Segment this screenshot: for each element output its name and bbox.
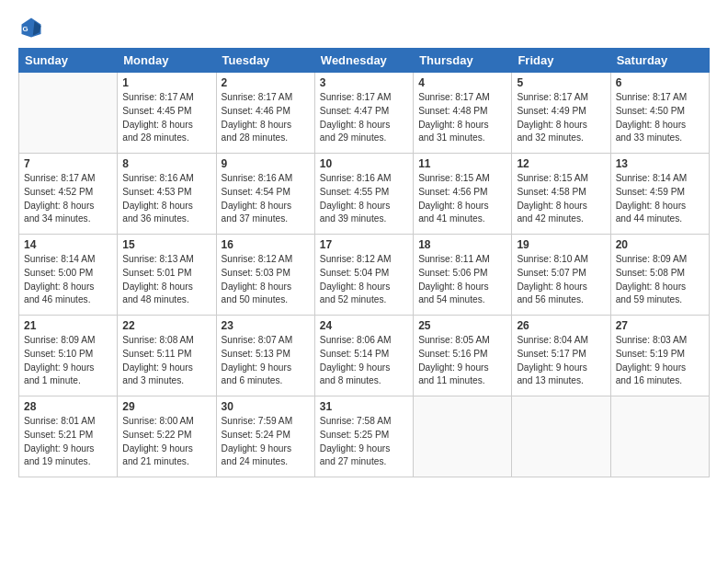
- logo: G: [18, 15, 48, 40]
- day-info: Sunrise: 8:17 AMSunset: 4:49 PMDaylight:…: [517, 91, 605, 145]
- day-info: Sunrise: 8:12 AMSunset: 5:04 PMDaylight:…: [320, 253, 408, 307]
- day-cell-30: 30Sunrise: 7:59 AMSunset: 5:24 PMDayligh…: [216, 396, 314, 477]
- calendar-header: SundayMondayTuesdayWednesdayThursdayFrid…: [19, 49, 710, 73]
- day-cell-28: 28Sunrise: 8:01 AMSunset: 5:21 PMDayligh…: [19, 396, 118, 477]
- day-info: Sunrise: 8:10 AMSunset: 5:07 PMDaylight:…: [517, 253, 605, 307]
- week-row-4: 21Sunrise: 8:09 AMSunset: 5:10 PMDayligh…: [19, 316, 710, 396]
- day-info: Sunrise: 8:09 AMSunset: 5:08 PMDaylight:…: [616, 253, 704, 307]
- logo-icon: G: [18, 15, 44, 40]
- day-info: Sunrise: 8:09 AMSunset: 5:10 PMDaylight:…: [24, 334, 112, 388]
- day-number: 12: [517, 157, 605, 170]
- day-info: Sunrise: 8:17 AMSunset: 4:46 PMDaylight:…: [222, 91, 310, 145]
- day-cell-27: 27Sunrise: 8:03 AMSunset: 5:19 PMDayligh…: [610, 316, 709, 396]
- day-cell-1: 1Sunrise: 8:17 AMSunset: 4:45 PMDaylight…: [118, 73, 216, 154]
- day-number: 16: [222, 238, 310, 251]
- day-cell-15: 15Sunrise: 8:13 AMSunset: 5:01 PMDayligh…: [118, 235, 216, 316]
- day-number: 27: [616, 319, 704, 332]
- day-number: 20: [616, 238, 704, 251]
- day-number: 26: [517, 319, 605, 332]
- day-number: 23: [222, 319, 310, 332]
- day-number: 7: [24, 157, 112, 170]
- day-info: Sunrise: 8:17 AMSunset: 4:47 PMDaylight:…: [320, 91, 408, 145]
- day-header-friday: Friday: [512, 49, 610, 73]
- svg-text:G: G: [22, 25, 28, 33]
- day-info: Sunrise: 8:08 AMSunset: 5:11 PMDaylight:…: [122, 334, 210, 388]
- day-cell-21: 21Sunrise: 8:09 AMSunset: 5:10 PMDayligh…: [19, 316, 118, 396]
- day-cell-empty: [610, 396, 709, 477]
- day-info: Sunrise: 8:06 AMSunset: 5:14 PMDaylight:…: [320, 334, 408, 388]
- day-info: Sunrise: 8:12 AMSunset: 5:03 PMDaylight:…: [222, 253, 310, 307]
- day-cell-11: 11Sunrise: 8:15 AMSunset: 4:56 PMDayligh…: [414, 154, 512, 235]
- day-cell-16: 16Sunrise: 8:12 AMSunset: 5:03 PMDayligh…: [216, 235, 314, 316]
- day-header-wednesday: Wednesday: [314, 49, 413, 73]
- day-cell-empty: [512, 396, 610, 477]
- week-row-2: 7Sunrise: 8:17 AMSunset: 4:52 PMDaylight…: [19, 154, 710, 235]
- day-cell-18: 18Sunrise: 8:11 AMSunset: 5:06 PMDayligh…: [414, 235, 512, 316]
- day-number: 30: [222, 400, 310, 413]
- day-info: Sunrise: 7:58 AMSunset: 5:25 PMDaylight:…: [320, 415, 408, 469]
- calendar-body: 1Sunrise: 8:17 AMSunset: 4:45 PMDaylight…: [19, 73, 710, 477]
- day-cell-17: 17Sunrise: 8:12 AMSunset: 5:04 PMDayligh…: [314, 235, 413, 316]
- day-cell-empty: [414, 396, 512, 477]
- day-cell-9: 9Sunrise: 8:16 AMSunset: 4:54 PMDaylight…: [216, 154, 314, 235]
- day-info: Sunrise: 8:03 AMSunset: 5:19 PMDaylight:…: [616, 334, 704, 388]
- day-number: 10: [320, 157, 408, 170]
- day-cell-4: 4Sunrise: 8:17 AMSunset: 4:48 PMDaylight…: [414, 73, 512, 154]
- day-cell-20: 20Sunrise: 8:09 AMSunset: 5:08 PMDayligh…: [610, 235, 709, 316]
- day-info: Sunrise: 8:14 AMSunset: 5:00 PMDaylight:…: [24, 253, 112, 307]
- day-number: 3: [320, 76, 408, 89]
- day-number: 15: [122, 238, 210, 251]
- day-number: 9: [222, 157, 310, 170]
- day-info: Sunrise: 8:07 AMSunset: 5:13 PMDaylight:…: [222, 334, 310, 388]
- day-cell-6: 6Sunrise: 8:17 AMSunset: 4:50 PMDaylight…: [610, 73, 709, 154]
- day-info: Sunrise: 8:16 AMSunset: 4:55 PMDaylight:…: [320, 172, 408, 226]
- day-number: 29: [122, 400, 210, 413]
- day-cell-8: 8Sunrise: 8:16 AMSunset: 4:53 PMDaylight…: [118, 154, 216, 235]
- day-number: 22: [122, 319, 210, 332]
- day-number: 2: [222, 76, 310, 89]
- day-cell-13: 13Sunrise: 8:14 AMSunset: 4:59 PMDayligh…: [610, 154, 709, 235]
- day-info: Sunrise: 7:59 AMSunset: 5:24 PMDaylight:…: [222, 415, 310, 469]
- header-row: SundayMondayTuesdayWednesdayThursdayFrid…: [19, 49, 710, 73]
- day-header-sunday: Sunday: [19, 49, 118, 73]
- week-row-3: 14Sunrise: 8:14 AMSunset: 5:00 PMDayligh…: [19, 235, 710, 316]
- day-cell-31: 31Sunrise: 7:58 AMSunset: 5:25 PMDayligh…: [314, 396, 413, 477]
- page: G SundayMondayTuesdayWednesdayThursdayFr…: [0, 0, 728, 563]
- day-cell-25: 25Sunrise: 8:05 AMSunset: 5:16 PMDayligh…: [414, 316, 512, 396]
- day-header-tuesday: Tuesday: [216, 49, 314, 73]
- day-number: 14: [24, 238, 112, 251]
- day-info: Sunrise: 8:17 AMSunset: 4:45 PMDaylight:…: [122, 91, 210, 145]
- day-header-saturday: Saturday: [610, 49, 709, 73]
- day-header-thursday: Thursday: [414, 49, 512, 73]
- day-number: 21: [24, 319, 112, 332]
- day-info: Sunrise: 8:17 AMSunset: 4:48 PMDaylight:…: [418, 91, 506, 145]
- day-cell-23: 23Sunrise: 8:07 AMSunset: 5:13 PMDayligh…: [216, 316, 314, 396]
- day-info: Sunrise: 8:15 AMSunset: 4:56 PMDaylight:…: [418, 172, 506, 226]
- day-cell-19: 19Sunrise: 8:10 AMSunset: 5:07 PMDayligh…: [512, 235, 610, 316]
- day-number: 24: [320, 319, 408, 332]
- day-info: Sunrise: 8:17 AMSunset: 4:50 PMDaylight:…: [616, 91, 704, 145]
- day-info: Sunrise: 8:15 AMSunset: 4:58 PMDaylight:…: [517, 172, 605, 226]
- day-cell-22: 22Sunrise: 8:08 AMSunset: 5:11 PMDayligh…: [118, 316, 216, 396]
- day-info: Sunrise: 8:17 AMSunset: 4:52 PMDaylight:…: [24, 172, 112, 226]
- day-cell-12: 12Sunrise: 8:15 AMSunset: 4:58 PMDayligh…: [512, 154, 610, 235]
- day-info: Sunrise: 8:16 AMSunset: 4:54 PMDaylight:…: [222, 172, 310, 226]
- day-number: 11: [418, 157, 506, 170]
- day-info: Sunrise: 8:04 AMSunset: 5:17 PMDaylight:…: [517, 334, 605, 388]
- day-cell-14: 14Sunrise: 8:14 AMSunset: 5:00 PMDayligh…: [19, 235, 118, 316]
- week-row-5: 28Sunrise: 8:01 AMSunset: 5:21 PMDayligh…: [19, 396, 710, 477]
- day-header-monday: Monday: [118, 49, 216, 73]
- day-number: 1: [122, 76, 210, 89]
- calendar-table: SundayMondayTuesdayWednesdayThursdayFrid…: [18, 48, 710, 477]
- day-number: 13: [616, 157, 704, 170]
- day-number: 28: [24, 400, 112, 413]
- day-number: 17: [320, 238, 408, 251]
- day-cell-5: 5Sunrise: 8:17 AMSunset: 4:49 PMDaylight…: [512, 73, 610, 154]
- day-info: Sunrise: 8:14 AMSunset: 4:59 PMDaylight:…: [616, 172, 704, 226]
- day-number: 5: [517, 76, 605, 89]
- day-cell-3: 3Sunrise: 8:17 AMSunset: 4:47 PMDaylight…: [314, 73, 413, 154]
- day-info: Sunrise: 8:01 AMSunset: 5:21 PMDaylight:…: [24, 415, 112, 469]
- day-number: 8: [122, 157, 210, 170]
- day-number: 25: [418, 319, 506, 332]
- day-number: 6: [616, 76, 704, 89]
